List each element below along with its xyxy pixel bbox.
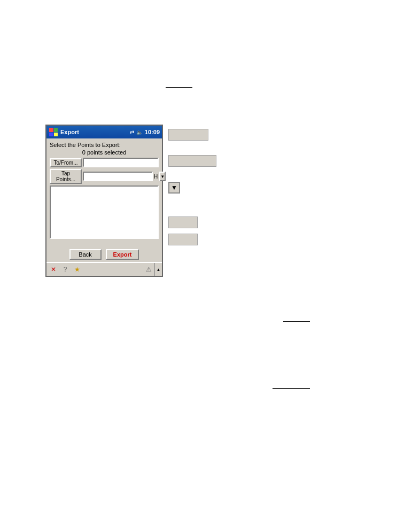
window-title: Export — [60, 129, 130, 135]
export-button[interactable]: Export — [106, 249, 139, 260]
underline-decoration-3 — [273, 388, 310, 389]
points-list-area[interactable] — [50, 186, 159, 239]
gray-rect-2 — [168, 155, 216, 167]
speaker-icon: 🔈 — [136, 129, 143, 135]
flag-quadrant-red — [49, 128, 53, 132]
clock-display: 10:09 — [145, 129, 160, 135]
dropdown-arrow-icon: ▼ — [171, 184, 177, 191]
windows-logo — [49, 127, 58, 137]
tap-points-input[interactable] — [83, 172, 153, 181]
tap-points-dropdown-button[interactable]: ▼ — [159, 172, 166, 181]
select-points-label: Select the Points to Export: — [50, 142, 159, 148]
taskbar-warning-icon: ⚠ — [144, 265, 153, 274]
flag-quadrant-green — [54, 128, 58, 132]
gray-rect-3 — [168, 217, 198, 228]
underline-decoration-1 — [166, 87, 192, 88]
gray-rect-1 — [168, 129, 208, 141]
standalone-dropdown-button[interactable]: ▼ — [168, 182, 180, 194]
to-from-button[interactable]: To/From... — [50, 158, 82, 167]
taskbar-help-icon[interactable]: ? — [60, 265, 70, 274]
signal-icon: ⇄ — [130, 129, 134, 135]
tap-points-dropdown-arrow-icon: ▼ — [160, 174, 165, 179]
h-label: H — [154, 174, 158, 180]
title-bar: Export ⇄ 🔈 10:09 — [46, 126, 162, 138]
tap-points-row: Tap Points... H ▼ — [50, 169, 159, 184]
tap-points-button[interactable]: Tap Points... — [50, 169, 82, 184]
window-body: Select the Points to Export: 0 points se… — [46, 138, 162, 262]
dialog-button-row: Back Export — [46, 247, 162, 262]
taskbar: ✕ ? ★ ⚠ ▲ — [46, 262, 162, 276]
underline-decoration-2 — [283, 321, 310, 322]
flag-quadrant-yellow — [54, 133, 58, 137]
to-from-input[interactable] — [83, 158, 159, 167]
to-from-row: To/From... — [50, 158, 159, 167]
taskbar-scroll-button[interactable]: ▲ — [154, 263, 162, 276]
flag-quadrant-blue — [49, 133, 53, 137]
taskbar-star-icon[interactable]: ★ — [72, 265, 82, 274]
gray-rect-4 — [168, 234, 198, 245]
title-bar-status-icons: ⇄ 🔈 — [130, 129, 143, 135]
windows-flag-icon — [49, 128, 58, 136]
export-dialog-window: Export ⇄ 🔈 10:09 Select the Points to Ex… — [45, 125, 163, 277]
back-button[interactable]: Back — [69, 249, 102, 260]
taskbar-close-icon[interactable]: ✕ — [49, 265, 58, 274]
points-selected-count: 0 points selected — [50, 149, 159, 156]
